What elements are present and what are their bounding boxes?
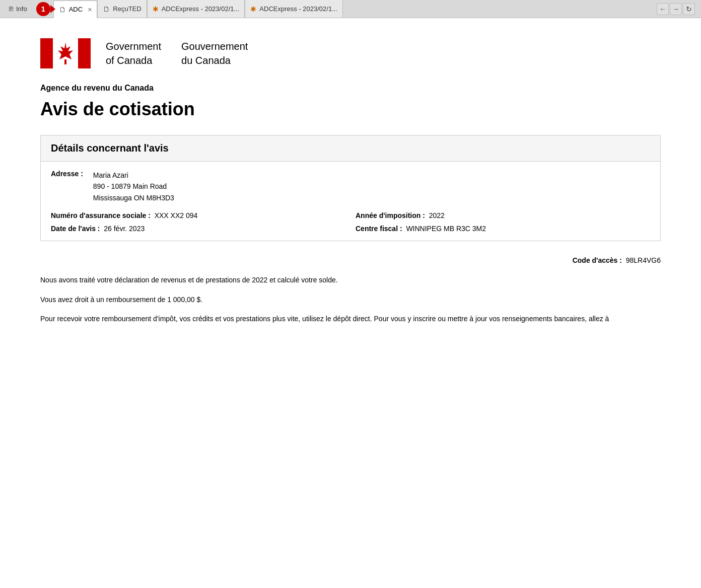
tab-recuted[interactable]: 🗋 ReçuTED — [97, 0, 147, 18]
nas-item: Numéro d'assurance sociale : XXX XX2 094 — [51, 211, 345, 219]
details-header: Détails concernant l'avis — [41, 135, 660, 162]
nas-value: XXX XX2 094 — [155, 211, 198, 219]
annee-item: Année d'imposition : 2022 — [356, 211, 650, 219]
tab-adc-active[interactable]: 🗋 ADC × — [53, 1, 98, 18]
annee-label: Année d'imposition : — [356, 211, 425, 219]
annee-value: 2022 — [429, 211, 445, 219]
govt-text-french: Gouvernementdu Canada — [181, 39, 248, 67]
body-paragraph-3: Pour recevoir votre remboursement d'impô… — [40, 313, 661, 324]
info-grid: Numéro d'assurance sociale : XXX XX2 094… — [51, 211, 650, 233]
centre-item: Centre fiscal : WINNIPEG MB R3C 3M2 — [356, 225, 650, 233]
centre-value: WINNIPEG MB R3C 3M2 — [406, 225, 486, 233]
tab-info-label: Info — [16, 5, 27, 13]
tab-nav-buttons: ← → ↻ — [657, 3, 699, 15]
access-code-line: Code d'accès : 98LR4VG6 — [40, 256, 661, 264]
tab-adc-label: ADC — [69, 6, 83, 13]
tab-adc-doc-icon: 🗋 — [59, 6, 66, 14]
tab-adcexpress1-label: ADCExpress - 2023/02/1... — [162, 5, 240, 13]
address-name: Maria Azari — [93, 171, 128, 179]
tab-adcexpress2-star-icon: ✱ — [250, 5, 256, 13]
date-label: Date de l'avis : — [51, 225, 100, 233]
tab-recuted-label: ReçuTED — [113, 5, 141, 13]
government-name: Governmentof Canada Gouvernementdu Canad… — [106, 39, 248, 67]
tab-badge-wrapper: 1 — [33, 0, 53, 18]
centre-label: Centre fiscal : — [356, 225, 402, 233]
address-street: 890 - 10879 Main Road — [93, 182, 167, 190]
tab-bar: 🖹 Info 1 🗋 ADC × 🗋 ReçuTED ✱ ADCExpress … — [0, 0, 701, 18]
agency-name: Agence du revenu du Canada — [40, 84, 661, 93]
info-tab-icon: 🖹 — [8, 6, 14, 13]
access-code-label: Code d'accès : — [573, 256, 622, 264]
address-row: Adresse : Maria Azari 890 - 10879 Main R… — [51, 170, 650, 203]
nav-back-button[interactable]: ← — [657, 3, 669, 15]
tab-adcexpress-2[interactable]: ✱ ADCExpress - 2023/02/1... — [245, 0, 343, 18]
document-title: Avis de cotisation — [40, 99, 661, 120]
date-item: Date de l'avis : 26 févr. 2023 — [51, 225, 345, 233]
tab-adcexpress2-label: ADCExpress - 2023/02/1... — [259, 5, 337, 13]
canada-flag-icon — [40, 38, 91, 68]
tab-adcexpress1-star-icon: ✱ — [153, 5, 159, 13]
address-value: Maria Azari 890 - 10879 Main Road Missis… — [93, 170, 174, 203]
address-city: Mississauga ON M8H3D3 — [93, 194, 174, 202]
body-paragraph-2: Vous avez droit à un remboursement de 1 … — [40, 294, 661, 305]
tab-info[interactable]: 🖹 Info — [2, 0, 33, 18]
tab-notification-badge: 1 — [36, 2, 50, 16]
tab-adc-close-button[interactable]: × — [88, 6, 92, 14]
address-label: Adresse : — [51, 170, 83, 203]
body-paragraph-1: Nous avons traité votre déclaration de r… — [40, 274, 661, 285]
nav-forward-button[interactable]: → — [670, 3, 682, 15]
nav-refresh-button[interactable]: ↻ — [683, 3, 695, 15]
details-heading: Détails concernant l'avis — [51, 142, 650, 154]
nas-label: Numéro d'assurance sociale : — [51, 211, 151, 219]
tab-adcexpress-1[interactable]: ✱ ADCExpress - 2023/02/1... — [147, 0, 245, 18]
document-page: Governmentof Canada Gouvernementdu Canad… — [0, 18, 701, 588]
tab-recuted-doc-icon: 🗋 — [103, 5, 110, 13]
svg-rect-0 — [40, 38, 53, 68]
date-value: 26 févr. 2023 — [104, 225, 145, 233]
header-logo: Governmentof Canada Gouvernementdu Canad… — [40, 38, 661, 68]
access-code-value: 98LR4VG6 — [626, 256, 661, 264]
svg-rect-4 — [64, 59, 66, 64]
govt-text-english: Governmentof Canada — [106, 39, 161, 67]
svg-rect-2 — [78, 38, 91, 68]
details-box: Détails concernant l'avis Adresse : Mari… — [40, 135, 661, 241]
details-body: Adresse : Maria Azari 890 - 10879 Main R… — [41, 162, 660, 241]
